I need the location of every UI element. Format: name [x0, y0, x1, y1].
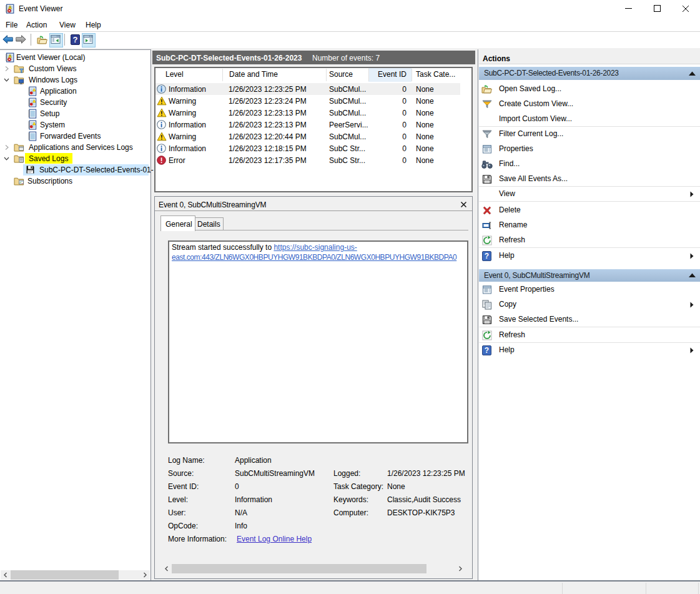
svg-text:?: ?	[485, 346, 489, 355]
svg-text:?: ?	[485, 252, 489, 260]
svg-text:?: ?	[73, 35, 78, 44]
